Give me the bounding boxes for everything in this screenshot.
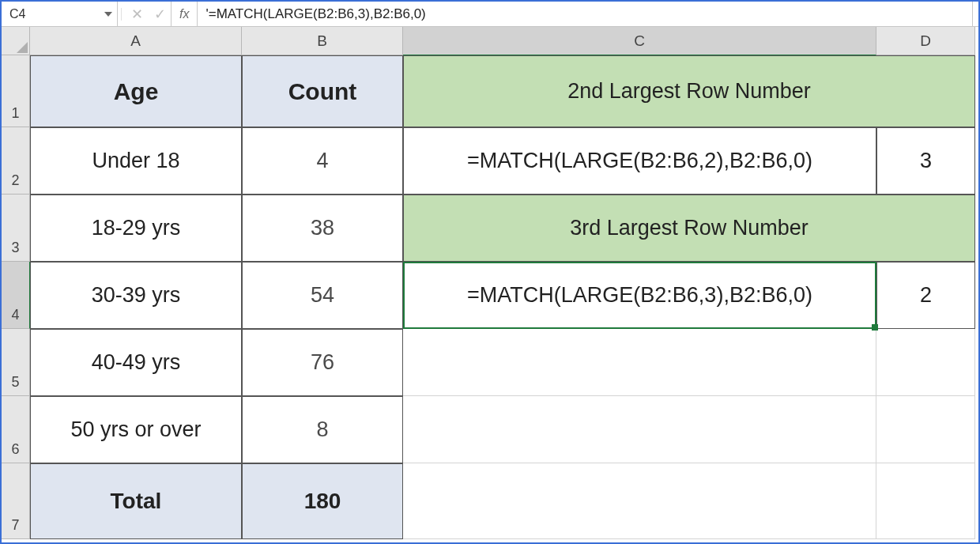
cell-B2[interactable]: 4 [242,127,403,195]
name-box-value: C4 [9,7,25,21]
fx-button[interactable]: fx [172,2,198,26]
select-all-corner[interactable] [2,27,30,55]
column-headers: A B C D [30,27,975,55]
cell-B3[interactable]: 38 [242,195,403,262]
formula-bar-buttons: ✕ ✓ [118,2,172,26]
cancel-icon[interactable]: ✕ [131,7,143,21]
row-header-3[interactable]: 3 [2,195,30,262]
row-headers: 1 2 3 4 5 6 7 [2,55,30,542]
separator [121,8,122,21]
row-header-6[interactable]: 6 [2,396,30,463]
cell-A7[interactable]: Total [30,463,242,539]
row-header-4[interactable]: 4 [2,262,30,329]
cell-D2[interactable]: 3 [876,127,975,195]
cell-C3[interactable]: 3rd Largest Row Number [403,195,975,262]
name-box-dropdown-icon[interactable] [104,12,112,17]
cell-C7[interactable] [403,463,876,539]
cell-B1[interactable]: Count [242,55,403,127]
cell-A3[interactable]: 18-29 yrs [30,195,242,262]
cell-D4[interactable]: 2 [876,262,975,329]
cell-C6[interactable] [403,396,876,463]
cell-A2[interactable]: Under 18 [30,127,242,195]
cell-B7[interactable]: 180 [242,463,403,539]
column-header-C[interactable]: C [403,27,876,55]
cell-A4[interactable]: 30-39 yrs [30,262,242,329]
cells-grid[interactable]: Age Count 2nd Largest Row Number Under 1… [30,55,978,542]
formula-bar: C4 ✕ ✓ fx '=MATCH(LARGE(B2:B6,3),B2:B6,0… [2,2,978,27]
cell-C5[interactable] [403,329,876,396]
cell-D6[interactable] [876,396,975,463]
cell-A6[interactable]: 50 yrs or over [30,396,242,463]
cell-A1[interactable]: Age [30,55,242,127]
row-header-2[interactable]: 2 [2,127,30,195]
cell-B4[interactable]: 54 [242,262,403,329]
enter-icon[interactable]: ✓ [154,7,166,21]
formula-bar-expand[interactable] [972,2,978,26]
cell-B5[interactable]: 76 [242,329,403,396]
cell-C4[interactable]: =MATCH(LARGE(B2:B6,3),B2:B6,0) [403,262,876,329]
cell-A5[interactable]: 40-49 yrs [30,329,242,396]
column-header-A[interactable]: A [30,27,242,55]
row-header-1[interactable]: 1 [2,55,30,127]
cell-C1[interactable]: 2nd Largest Row Number [403,55,975,127]
grid-area: A B C D 1 2 3 4 5 6 7 Age Count 2nd Larg… [2,27,978,542]
cell-B6[interactable]: 8 [242,396,403,463]
excel-window: C4 ✕ ✓ fx '=MATCH(LARGE(B2:B6,3),B2:B6,0… [0,0,980,544]
fx-label: fx [179,7,189,21]
name-box[interactable]: C4 [2,2,118,26]
cell-D7[interactable] [876,463,975,539]
cell-C2[interactable]: =MATCH(LARGE(B2:B6,2),B2:B6,0) [403,127,876,195]
row-header-7[interactable]: 7 [2,463,30,539]
formula-text: '=MATCH(LARGE(B2:B6,3),B2:B6,0) [205,6,425,22]
column-header-B[interactable]: B [242,27,403,55]
cell-D5[interactable] [876,329,975,396]
formula-input[interactable]: '=MATCH(LARGE(B2:B6,3),B2:B6,0) [198,2,972,26]
column-header-D[interactable]: D [876,27,975,55]
row-header-5[interactable]: 5 [2,329,30,396]
